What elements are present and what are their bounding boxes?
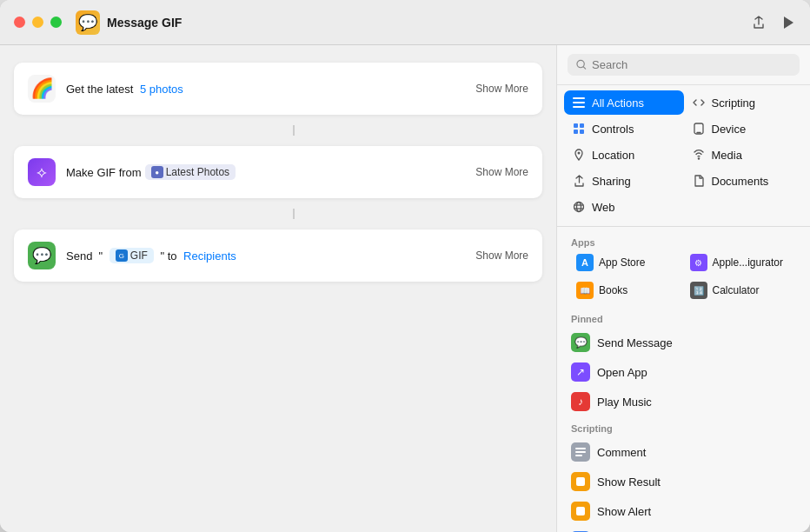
content-area: 🌈 Get the latest 5 photos Show More ⟡ Ma… <box>0 45 810 532</box>
configurator-icon: ⚙ <box>690 254 707 271</box>
svg-point-12 <box>574 203 584 212</box>
category-scripting[interactable]: Scripting <box>684 90 804 115</box>
maximize-button[interactable] <box>50 17 62 28</box>
app-item-appstore[interactable]: A App Store <box>571 249 683 276</box>
svg-point-13 <box>577 203 581 212</box>
app-item-calculator[interactable]: 🔢 Calculator <box>685 277 797 303</box>
actions-sidebar: All Actions Scripting <box>556 45 810 532</box>
search-bar <box>557 45 810 85</box>
share-button[interactable] <box>751 15 767 30</box>
titlebar: 💬 Message GIF <box>0 0 810 45</box>
step1-show-more[interactable]: Show More <box>475 83 528 95</box>
show-alert-label: Show Alert <box>597 505 651 518</box>
category-documents[interactable]: Documents <box>684 169 804 193</box>
step3-show-more[interactable]: Show More <box>475 249 528 262</box>
svg-point-11 <box>697 157 699 159</box>
play-music-icon: ♪ <box>571 392 590 411</box>
svg-rect-5 <box>580 123 584 128</box>
configurator-label: Apple...igurator <box>713 256 783 269</box>
step1-icon: 🌈 <box>28 75 56 103</box>
step2-content: Make GIF from ● Latest Photos <box>66 164 528 180</box>
books-label: Books <box>599 284 627 296</box>
controls-icon <box>571 121 587 136</box>
step1-link[interactable]: 5 photos <box>140 83 183 96</box>
scripting-comment[interactable]: Comment <box>564 437 803 467</box>
category-location-label: Location <box>592 149 634 162</box>
step2-icon: ⟡ <box>28 158 56 186</box>
step2-tag-text: Latest Photos <box>166 166 229 178</box>
scripting-ask-for-input[interactable]: Ask for Input <box>564 526 803 532</box>
scripting-section-label: Scripting <box>564 416 803 437</box>
category-location[interactable]: Location <box>564 143 684 167</box>
actions-list[interactable]: Apps A App Store ⚙ Apple...igurator <box>557 229 810 532</box>
show-result-icon <box>571 472 590 491</box>
workflow-step-1[interactable]: 🌈 Get the latest 5 photos Show More <box>14 63 542 115</box>
app-icon: 💬 <box>76 10 100 35</box>
calculator-icon: 🔢 <box>690 282 707 299</box>
svg-rect-16 <box>575 448 586 449</box>
all-actions-icon <box>571 95 587 110</box>
comment-icon <box>571 442 590 462</box>
svg-point-10 <box>578 152 581 155</box>
step1-content: Get the latest 5 photos <box>66 83 528 96</box>
device-icon <box>691 121 707 136</box>
svg-rect-20 <box>576 507 585 515</box>
minimize-button[interactable] <box>32 17 43 28</box>
category-web[interactable]: Web <box>564 195 684 219</box>
step3-tag-icon: G <box>116 249 128 262</box>
search-input[interactable] <box>592 58 791 71</box>
category-sharing-label: Sharing <box>592 175 631 188</box>
category-scripting-label: Scripting <box>712 96 756 110</box>
step2-show-more[interactable]: Show More <box>475 166 528 178</box>
search-icon <box>576 59 587 70</box>
step-divider-1 <box>293 125 295 136</box>
category-media-label: Media <box>712 149 742 162</box>
apps-section-label: Apps <box>564 232 803 249</box>
category-all-actions[interactable]: All Actions <box>564 90 684 115</box>
window-title: Message GIF <box>107 16 751 30</box>
web-icon <box>571 199 587 215</box>
category-sharing[interactable]: Sharing <box>564 169 684 193</box>
step1-text-prefix: Get the latest <box>66 83 136 96</box>
step2-tag-icon: ● <box>151 166 163 178</box>
pinned-section-label: Pinned <box>564 307 803 328</box>
comment-label: Comment <box>597 446 646 459</box>
step3-recipients-link[interactable]: Recipients <box>183 249 236 263</box>
category-controls[interactable]: Controls <box>564 116 684 141</box>
play-button[interactable] <box>780 15 796 30</box>
documents-icon <box>691 173 707 189</box>
svg-rect-6 <box>574 130 578 134</box>
svg-rect-2 <box>573 102 585 103</box>
scripting-show-alert[interactable]: Show Alert <box>564 496 803 526</box>
open-app-label: Open App <box>597 366 647 379</box>
main-window: 💬 Message GIF 🌈 <box>0 0 810 532</box>
category-device-label: Device <box>712 123 747 136</box>
svg-rect-7 <box>580 130 584 134</box>
close-button[interactable] <box>14 17 25 28</box>
category-device[interactable]: Device <box>684 116 804 141</box>
sharing-icon <box>571 173 587 189</box>
books-icon: 📖 <box>576 282 594 299</box>
scripting-show-result[interactable]: Show Result <box>564 467 803 496</box>
workflow-step-2[interactable]: ⟡ Make GIF from ● Latest Photos Show Mor… <box>14 146 542 198</box>
appstore-label: App Store <box>599 256 645 269</box>
pinned-play-music[interactable]: ♪ Play Music <box>564 387 803 416</box>
workflow-step-3[interactable]: 💬 Send " G GIF " to Recipients Show More <box>14 229 542 282</box>
svg-rect-3 <box>573 106 585 108</box>
app-item-books[interactable]: 📖 Books <box>571 277 683 303</box>
step2-tag: ● Latest Photos <box>145 164 236 180</box>
send-message-label: Send Message <box>597 336 673 349</box>
category-all-actions-label: All Actions <box>592 96 644 110</box>
category-media[interactable]: Media <box>684 143 804 167</box>
app-item-configurator[interactable]: ⚙ Apple...igurator <box>685 249 797 276</box>
svg-rect-18 <box>575 455 582 456</box>
traffic-lights <box>14 17 62 28</box>
show-result-label: Show Result <box>597 475 661 489</box>
pinned-send-message[interactable]: 💬 Send Message <box>564 328 803 357</box>
step2-text-prefix: Make GIF from <box>66 166 142 179</box>
media-icon <box>691 147 707 163</box>
svg-rect-19 <box>576 477 585 486</box>
category-controls-label: Controls <box>592 123 634 136</box>
show-alert-icon <box>571 502 590 521</box>
pinned-open-app[interactable]: ↗ Open App <box>564 357 803 387</box>
